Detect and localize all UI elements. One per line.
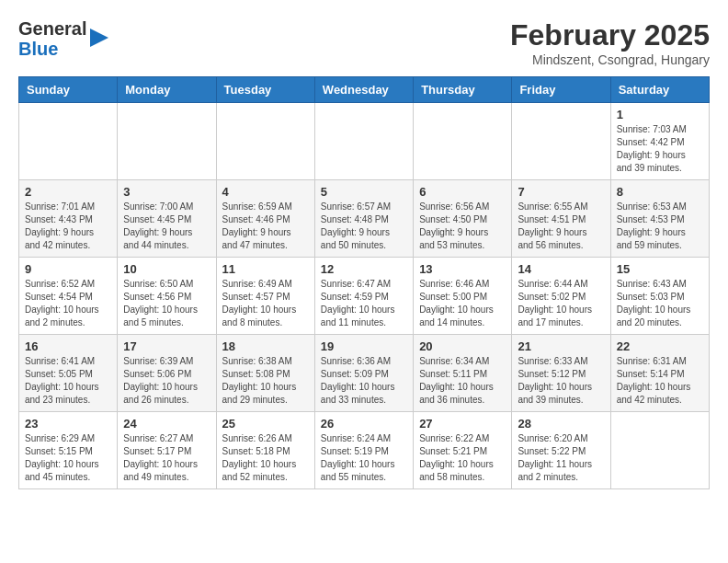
day-info: Sunrise: 6:20 AM Sunset: 5:22 PM Dayligh…: [518, 432, 604, 484]
day-cell: 14Sunrise: 6:44 AM Sunset: 5:02 PM Dayli…: [512, 258, 610, 335]
day-cell: 3Sunrise: 7:00 AM Sunset: 4:45 PM Daylig…: [118, 180, 216, 258]
weekday-header-tuesday: Tuesday: [216, 77, 314, 103]
day-info: Sunrise: 6:41 AM Sunset: 5:05 PM Dayligh…: [25, 355, 111, 407]
day-number: 6: [419, 185, 506, 199]
day-cell: [512, 103, 610, 180]
weekday-header-thursday: Thursday: [414, 77, 512, 103]
day-info: Sunrise: 6:55 AM Sunset: 4:51 PM Dayligh…: [518, 201, 604, 252]
day-number: 19: [321, 339, 407, 353]
day-info: Sunrise: 6:44 AM Sunset: 5:02 PM Dayligh…: [518, 278, 604, 329]
day-cell: 13Sunrise: 6:46 AM Sunset: 5:00 PM Dayli…: [414, 258, 512, 335]
day-cell: 4Sunrise: 6:59 AM Sunset: 4:46 PM Daylig…: [216, 180, 314, 258]
day-number: 21: [518, 339, 604, 353]
day-cell: 7Sunrise: 6:55 AM Sunset: 4:51 PM Daylig…: [512, 180, 610, 258]
day-number: 15: [617, 262, 703, 276]
day-info: Sunrise: 6:49 AM Sunset: 4:57 PM Dayligh…: [222, 278, 309, 329]
logo-general: General Blue: [18, 18, 86, 59]
day-info: Sunrise: 6:31 AM Sunset: 5:14 PM Dayligh…: [617, 355, 703, 407]
day-number: 18: [222, 339, 309, 353]
day-info: Sunrise: 6:46 AM Sunset: 5:00 PM Dayligh…: [419, 278, 506, 329]
day-info: Sunrise: 6:26 AM Sunset: 5:18 PM Dayligh…: [222, 432, 309, 484]
header: General Blue February 2025 Mindszent, Cs…: [18, 18, 710, 67]
day-info: Sunrise: 7:03 AM Sunset: 4:42 PM Dayligh…: [617, 123, 703, 175]
week-row-1: 1Sunrise: 7:03 AM Sunset: 4:42 PM Daylig…: [19, 103, 710, 180]
day-number: 11: [222, 262, 309, 276]
day-number: 23: [25, 417, 111, 431]
day-cell: 20Sunrise: 6:34 AM Sunset: 5:11 PM Dayli…: [414, 335, 512, 412]
day-cell: 25Sunrise: 6:26 AM Sunset: 5:18 PM Dayli…: [216, 412, 314, 489]
day-cell: 11Sunrise: 6:49 AM Sunset: 4:57 PM Dayli…: [216, 258, 314, 335]
day-cell: 23Sunrise: 6:29 AM Sunset: 5:15 PM Dayli…: [19, 412, 118, 489]
day-info: Sunrise: 6:22 AM Sunset: 5:21 PM Dayligh…: [419, 432, 506, 484]
day-cell: 19Sunrise: 6:36 AM Sunset: 5:09 PM Dayli…: [314, 335, 413, 412]
location: Mindszent, Csongrad, Hungary: [510, 52, 710, 67]
day-number: 1: [617, 108, 703, 121]
weekday-header-row: SundayMondayTuesdayWednesdayThursdayFrid…: [19, 77, 710, 103]
day-number: 14: [518, 262, 604, 276]
day-cell: 1Sunrise: 7:03 AM Sunset: 4:42 PM Daylig…: [610, 103, 709, 180]
day-cell: 27Sunrise: 6:22 AM Sunset: 5:21 PM Dayli…: [414, 412, 512, 489]
day-cell: 18Sunrise: 6:38 AM Sunset: 5:08 PM Dayli…: [216, 335, 314, 412]
day-info: Sunrise: 6:56 AM Sunset: 4:50 PM Dayligh…: [419, 201, 506, 252]
logo: General Blue: [18, 18, 108, 59]
calendar: SundayMondayTuesdayWednesdayThursdayFrid…: [18, 76, 710, 489]
day-number: 12: [321, 262, 407, 276]
day-cell: [19, 103, 118, 180]
day-number: 2: [25, 185, 111, 199]
day-info: Sunrise: 6:27 AM Sunset: 5:17 PM Dayligh…: [123, 432, 210, 484]
day-cell: 6Sunrise: 6:56 AM Sunset: 4:50 PM Daylig…: [414, 180, 512, 258]
day-number: 13: [419, 262, 506, 276]
day-cell: 28Sunrise: 6:20 AM Sunset: 5:22 PM Dayli…: [512, 412, 610, 489]
day-cell: 17Sunrise: 6:39 AM Sunset: 5:06 PM Dayli…: [118, 335, 216, 412]
day-info: Sunrise: 6:47 AM Sunset: 4:59 PM Dayligh…: [321, 278, 407, 329]
day-number: 27: [419, 417, 506, 431]
day-number: 5: [321, 185, 407, 199]
day-number: 4: [222, 185, 309, 199]
day-info: Sunrise: 7:01 AM Sunset: 4:43 PM Dayligh…: [25, 201, 111, 252]
weekday-header-sunday: Sunday: [19, 77, 118, 103]
day-cell: 22Sunrise: 6:31 AM Sunset: 5:14 PM Dayli…: [610, 335, 709, 412]
day-cell: 21Sunrise: 6:33 AM Sunset: 5:12 PM Dayli…: [512, 335, 610, 412]
day-info: Sunrise: 6:34 AM Sunset: 5:11 PM Dayligh…: [419, 355, 506, 407]
day-cell: 5Sunrise: 6:57 AM Sunset: 4:48 PM Daylig…: [314, 180, 413, 258]
day-number: 16: [25, 339, 111, 353]
day-info: Sunrise: 6:36 AM Sunset: 5:09 PM Dayligh…: [321, 355, 407, 407]
month-title: February 2025: [510, 18, 710, 52]
day-cell: 2Sunrise: 7:01 AM Sunset: 4:43 PM Daylig…: [19, 180, 118, 258]
day-cell: [118, 103, 216, 180]
day-cell: [314, 103, 413, 180]
day-cell: 8Sunrise: 6:53 AM Sunset: 4:53 PM Daylig…: [610, 180, 709, 258]
logo-arrow-icon: [90, 29, 108, 47]
day-number: 10: [123, 262, 210, 276]
title-section: February 2025 Mindszent, Csongrad, Hunga…: [510, 18, 710, 67]
day-cell: 16Sunrise: 6:41 AM Sunset: 5:05 PM Dayli…: [19, 335, 118, 412]
day-cell: 9Sunrise: 6:52 AM Sunset: 4:54 PM Daylig…: [19, 258, 118, 335]
day-info: Sunrise: 6:43 AM Sunset: 5:03 PM Dayligh…: [617, 278, 703, 329]
day-number: 24: [123, 417, 210, 431]
day-cell: [414, 103, 512, 180]
day-number: 9: [25, 262, 111, 276]
day-number: 7: [518, 185, 604, 199]
svg-marker-0: [90, 29, 108, 47]
day-info: Sunrise: 6:59 AM Sunset: 4:46 PM Dayligh…: [222, 201, 309, 252]
day-info: Sunrise: 6:39 AM Sunset: 5:06 PM Dayligh…: [123, 355, 210, 407]
week-row-5: 23Sunrise: 6:29 AM Sunset: 5:15 PM Dayli…: [19, 412, 710, 489]
weekday-header-friday: Friday: [512, 77, 610, 103]
day-number: 25: [222, 417, 309, 431]
weekday-header-wednesday: Wednesday: [314, 77, 413, 103]
day-cell: [216, 103, 314, 180]
day-number: 28: [518, 417, 604, 431]
weekday-header-monday: Monday: [118, 77, 216, 103]
day-number: 22: [617, 339, 703, 353]
day-number: 3: [123, 185, 210, 199]
day-cell: 24Sunrise: 6:27 AM Sunset: 5:17 PM Dayli…: [118, 412, 216, 489]
day-info: Sunrise: 6:52 AM Sunset: 4:54 PM Dayligh…: [25, 278, 111, 329]
calendar-body: 1Sunrise: 7:03 AM Sunset: 4:42 PM Daylig…: [19, 103, 710, 489]
day-cell: [610, 412, 709, 489]
day-info: Sunrise: 6:24 AM Sunset: 5:19 PM Dayligh…: [321, 432, 407, 484]
day-info: Sunrise: 6:38 AM Sunset: 5:08 PM Dayligh…: [222, 355, 309, 407]
day-number: 20: [419, 339, 506, 353]
day-info: Sunrise: 6:53 AM Sunset: 4:53 PM Dayligh…: [617, 201, 703, 252]
day-number: 17: [123, 339, 210, 353]
day-info: Sunrise: 6:50 AM Sunset: 4:56 PM Dayligh…: [123, 278, 210, 329]
